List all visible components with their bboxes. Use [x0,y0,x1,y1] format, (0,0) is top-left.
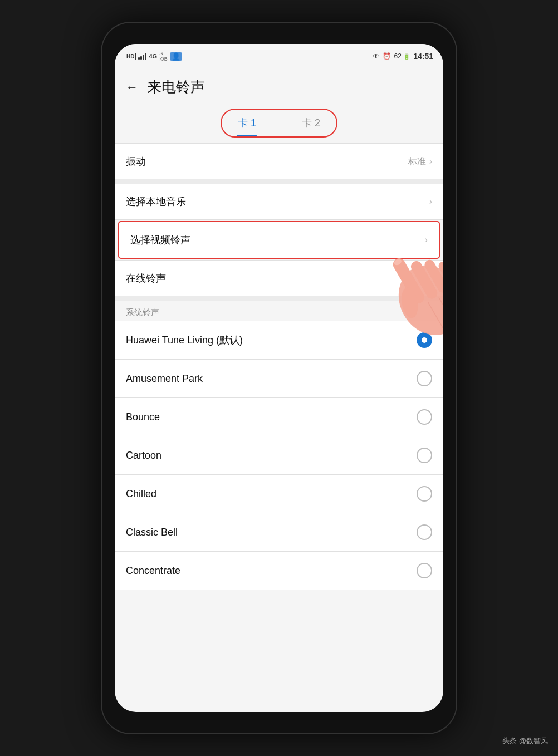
hd-label: HD [125,53,136,60]
time-label: 14:51 [413,52,433,61]
video-ringtone-chevron: › [425,235,428,245]
status-right: 👁 ⏰ 62 🔋 14:51 [373,52,434,61]
signal-bars [138,53,146,60]
radio-button-2[interactable] [417,409,432,425]
ringtone-item-3[interactable]: Cartoon [115,436,443,474]
online-ringtone-label: 在线铃声 [126,272,166,285]
signal-bar-2 [140,56,142,60]
vibration-label: 振动 [126,155,146,168]
section-label-system: 系统铃声 [115,301,443,321]
app-content[interactable]: ← 来电铃声 卡 1 卡 2 振 [115,68,443,590]
network-label: 4G [149,53,157,60]
ringtone-item-4[interactable]: Chilled [115,475,443,513]
radio-button-0[interactable] [417,332,432,348]
tab-underline [237,135,257,136]
ringtone-item-6[interactable]: Concentrate [115,552,443,590]
ringtone-label-1: Amusement Park [126,373,203,385]
eye-icon: 👁 [373,52,379,60]
page-header: ← 来电铃声 [115,68,443,106]
watermark: 头条 @数智风 [502,736,548,746]
signal-bar-1 [138,57,140,60]
local-music-label: 选择本地音乐 [126,195,186,208]
vibration-right: 标准 › [408,156,432,168]
local-music-chevron: › [429,197,432,207]
thick-divider-1 [115,179,443,184]
ringtone-label-3: Cartoon [126,450,161,462]
ringtone-item-2[interactable]: Bounce [115,398,443,436]
ringtone-item-0[interactable]: Huawei Tune Living (默认) [115,321,443,359]
phone-outer: HD 4G SK/B 👤 👁 ⏰ 62 🔋 14:51 [101,22,457,734]
ringtone-item-5[interactable]: Classic Bell [115,513,443,551]
tab-card2[interactable]: 卡 2 [293,112,329,134]
tab-card1[interactable]: 卡 1 [229,112,265,134]
radio-button-6[interactable] [417,563,432,578]
vibration-value: 标准 [408,156,426,168]
status-bar: HD 4G SK/B 👤 👁 ⏰ 62 🔋 14:51 [115,44,443,68]
local-music-item[interactable]: 选择本地音乐 › [115,184,443,219]
ringtone-label-6: Concentrate [126,565,180,577]
user-icon: 👤 [170,52,182,61]
vibration-chevron: › [429,156,432,166]
video-ringtone-item[interactable]: 选择视频铃声 › [119,222,439,258]
ringtone-label-4: Chilled [126,488,156,500]
back-button[interactable]: ← [126,80,138,95]
status-left: HD 4G SK/B 👤 [125,51,182,62]
ringtone-label-5: Classic Bell [126,527,178,538]
ringtone-label-0: Huawei Tune Living (默认) [126,333,243,347]
signal-bar-4 [145,53,146,60]
video-ringtone-label: 选择视频铃声 [130,233,190,247]
online-ringtone-item[interactable]: 在线铃声 [115,261,443,296]
ringtone-item-1[interactable]: Amusement Park [115,360,443,397]
signal-bar-3 [143,55,144,60]
page-title: 来电铃声 [147,77,205,97]
video-ringtone-wrapper: 选择视频铃声 › [118,221,440,259]
radio-button-4[interactable] [417,486,432,502]
vibration-item[interactable]: 振动 标准 › [115,144,443,179]
thick-divider-2 [115,296,443,301]
radio-button-1[interactable] [417,371,432,386]
tab-container: 卡 1 卡 2 [115,106,443,143]
radio-button-5[interactable] [417,524,432,540]
speed-label: SK/B [159,51,168,62]
ringtone-label-2: Bounce [126,411,160,423]
phone-screen: HD 4G SK/B 👤 👁 ⏰ 62 🔋 14:51 [115,44,443,712]
radio-button-3[interactable] [417,448,432,463]
divider-2 [115,219,443,220]
tabs: 卡 1 卡 2 [229,112,329,134]
battery-level: 62 🔋 [394,52,410,60]
alarm-icon: ⏰ [383,52,391,60]
